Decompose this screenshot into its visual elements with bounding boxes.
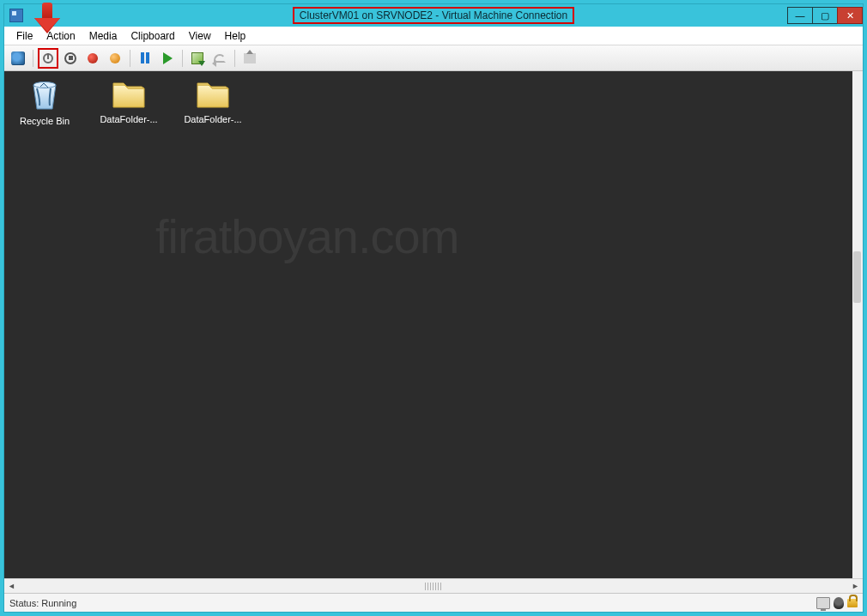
folder-icon	[111, 76, 147, 111]
toolbar-separator	[33, 50, 33, 67]
enhanced-session-button[interactable]	[239, 48, 260, 69]
enhanced-session-icon	[244, 53, 256, 63]
minimize-glyph: —	[796, 11, 805, 21]
toolbar-separator	[234, 50, 235, 67]
menu-action[interactable]: Action	[39, 28, 82, 44]
shutdown-icon	[88, 53, 98, 63]
scroll-track[interactable]	[19, 580, 848, 593]
revert-button[interactable]	[209, 48, 230, 69]
start-button[interactable]	[38, 48, 58, 69]
maximize-glyph: ▢	[821, 11, 829, 21]
window-title: ClusterVM01 on SRVNODE2 - Virtual Machin…	[4, 7, 863, 24]
checkpoint-button[interactable]	[187, 48, 208, 69]
vm-connection-window: ClusterVM01 on SRVNODE2 - Virtual Machin…	[3, 3, 864, 613]
app-icon	[9, 9, 23, 22]
status-text: Status: Running	[9, 598, 76, 608]
ctrl-alt-del-icon	[11, 51, 25, 65]
menu-view[interactable]: View	[182, 28, 218, 44]
menu-clipboard[interactable]: Clipboard	[124, 28, 181, 44]
vm-display-area[interactable]: Recycle Bin DataFolder-...	[4, 71, 863, 578]
minimize-button[interactable]: —	[787, 7, 813, 24]
ctrl-alt-del-button[interactable]	[8, 48, 28, 69]
desktop-icon-label: DataFolder-...	[181, 114, 245, 124]
turn-off-button[interactable]	[60, 48, 81, 69]
title-highlight: ClusterVM01 on SRVNODE2 - Virtual Machin…	[293, 7, 574, 24]
status-bar: Status: Running	[4, 593, 863, 612]
recycle-bin-icon	[27, 76, 63, 112]
menu-help[interactable]: Help	[218, 28, 253, 44]
status-icons	[816, 597, 858, 609]
close-glyph: ✕	[846, 11, 854, 21]
desktop-icon-folder-1[interactable]: DataFolder-...	[97, 76, 161, 126]
lock-status-icon	[847, 599, 858, 607]
desktop-icons: Recycle Bin DataFolder-...	[13, 76, 245, 126]
menu-media[interactable]: Media	[82, 28, 124, 44]
maximize-button[interactable]: ▢	[812, 7, 838, 24]
menu-file[interactable]: File	[9, 28, 39, 44]
scroll-right-button[interactable]: ►	[848, 580, 863, 593]
save-icon	[110, 53, 120, 63]
scroll-thumb[interactable]	[853, 251, 861, 303]
toolbar-separator	[182, 50, 183, 67]
desktop-icon-recycle-bin[interactable]: Recycle Bin	[13, 76, 76, 126]
guest-desktop[interactable]: Recycle Bin DataFolder-...	[4, 71, 854, 578]
title-bar: ClusterVM01 on SRVNODE2 - Virtual Machin…	[4, 4, 863, 27]
scroll-left-button[interactable]: ◄	[4, 580, 19, 593]
toolbar-separator	[130, 50, 130, 67]
toolbar	[4, 45, 863, 71]
folder-icon	[195, 76, 231, 111]
display-status-icon	[816, 597, 830, 609]
vertical-scrollbar[interactable]	[852, 71, 863, 578]
scroll-grip	[425, 583, 442, 590]
turn-off-icon	[64, 52, 76, 64]
desktop-icon-label: Recycle Bin	[13, 116, 76, 126]
shutdown-button[interactable]	[82, 48, 103, 69]
pause-icon	[141, 52, 149, 63]
close-button[interactable]: ✕	[837, 7, 863, 24]
save-button[interactable]	[105, 48, 125, 69]
power-icon	[43, 53, 53, 63]
desktop-icon-folder-2[interactable]: DataFolder-...	[181, 76, 245, 126]
play-icon	[163, 52, 173, 64]
watermark-text: firatboyan.com	[155, 208, 458, 264]
scroll-track[interactable]	[852, 71, 863, 578]
horizontal-scrollbar[interactable]: ◄ ►	[4, 578, 863, 593]
reset-button[interactable]	[157, 48, 178, 69]
integration-status-icon	[834, 597, 844, 609]
revert-icon	[214, 54, 226, 63]
checkpoint-icon	[191, 52, 203, 64]
scroll-thumb[interactable]	[19, 580, 848, 593]
pause-button[interactable]	[135, 48, 155, 69]
menu-bar: File Action Media Clipboard View Help	[4, 27, 863, 45]
desktop-icon-label: DataFolder-...	[97, 114, 161, 124]
